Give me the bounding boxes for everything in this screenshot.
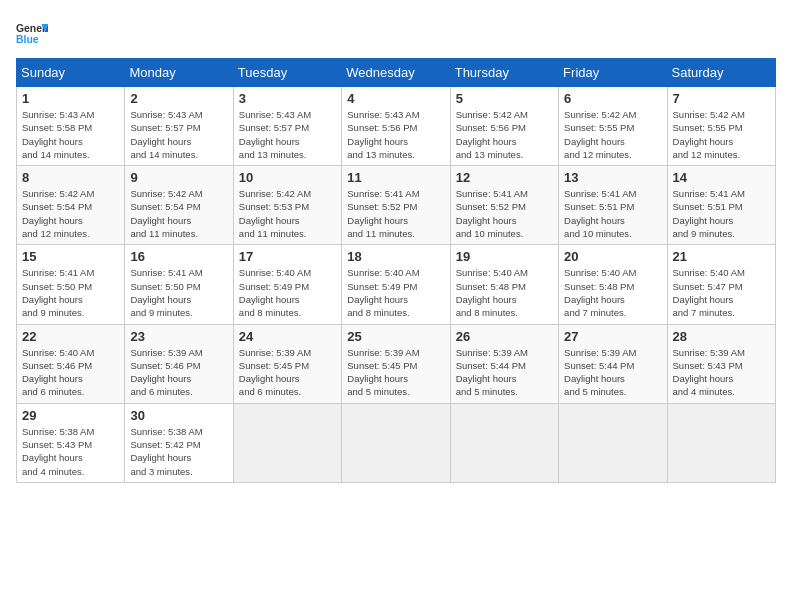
day-number: 21 — [673, 249, 770, 264]
calendar-cell: 12 Sunrise: 5:41 AM Sunset: 5:52 PM Dayl… — [450, 166, 558, 245]
calendar-cell — [559, 403, 667, 482]
day-info: Sunrise: 5:40 AM Sunset: 5:48 PM Dayligh… — [456, 266, 553, 319]
day-number: 3 — [239, 91, 336, 106]
day-info: Sunrise: 5:39 AM Sunset: 5:43 PM Dayligh… — [673, 346, 770, 399]
calendar-cell: 29 Sunrise: 5:38 AM Sunset: 5:43 PM Dayl… — [17, 403, 125, 482]
calendar-cell: 28 Sunrise: 5:39 AM Sunset: 5:43 PM Dayl… — [667, 324, 775, 403]
calendar-cell: 16 Sunrise: 5:41 AM Sunset: 5:50 PM Dayl… — [125, 245, 233, 324]
col-tuesday: Tuesday — [233, 59, 341, 87]
day-info: Sunrise: 5:43 AM Sunset: 5:56 PM Dayligh… — [347, 108, 444, 161]
day-number: 19 — [456, 249, 553, 264]
calendar-cell: 13 Sunrise: 5:41 AM Sunset: 5:51 PM Dayl… — [559, 166, 667, 245]
day-info: Sunrise: 5:41 AM Sunset: 5:51 PM Dayligh… — [673, 187, 770, 240]
day-number: 17 — [239, 249, 336, 264]
calendar-cell: 26 Sunrise: 5:39 AM Sunset: 5:44 PM Dayl… — [450, 324, 558, 403]
day-number: 12 — [456, 170, 553, 185]
calendar-cell: 18 Sunrise: 5:40 AM Sunset: 5:49 PM Dayl… — [342, 245, 450, 324]
day-info: Sunrise: 5:42 AM Sunset: 5:55 PM Dayligh… — [673, 108, 770, 161]
calendar-cell — [342, 403, 450, 482]
day-number: 11 — [347, 170, 444, 185]
svg-text:Blue: Blue — [16, 34, 39, 45]
day-info: Sunrise: 5:42 AM Sunset: 5:55 PM Dayligh… — [564, 108, 661, 161]
day-info: Sunrise: 5:43 AM Sunset: 5:57 PM Dayligh… — [239, 108, 336, 161]
calendar-cell: 17 Sunrise: 5:40 AM Sunset: 5:49 PM Dayl… — [233, 245, 341, 324]
day-number: 10 — [239, 170, 336, 185]
day-info: Sunrise: 5:41 AM Sunset: 5:50 PM Dayligh… — [130, 266, 227, 319]
day-number: 22 — [22, 329, 119, 344]
day-info: Sunrise: 5:40 AM Sunset: 5:48 PM Dayligh… — [564, 266, 661, 319]
day-info: Sunrise: 5:40 AM Sunset: 5:46 PM Dayligh… — [22, 346, 119, 399]
day-info: Sunrise: 5:42 AM Sunset: 5:56 PM Dayligh… — [456, 108, 553, 161]
logo: General Blue — [16, 16, 48, 48]
calendar-cell — [450, 403, 558, 482]
calendar-cell: 24 Sunrise: 5:39 AM Sunset: 5:45 PM Dayl… — [233, 324, 341, 403]
day-number: 23 — [130, 329, 227, 344]
calendar-cell: 6 Sunrise: 5:42 AM Sunset: 5:55 PM Dayli… — [559, 87, 667, 166]
col-saturday: Saturday — [667, 59, 775, 87]
day-info: Sunrise: 5:39 AM Sunset: 5:46 PM Dayligh… — [130, 346, 227, 399]
col-sunday: Sunday — [17, 59, 125, 87]
day-number: 18 — [347, 249, 444, 264]
day-number: 30 — [130, 408, 227, 423]
day-number: 6 — [564, 91, 661, 106]
day-info: Sunrise: 5:39 AM Sunset: 5:44 PM Dayligh… — [564, 346, 661, 399]
calendar-cell: 23 Sunrise: 5:39 AM Sunset: 5:46 PM Dayl… — [125, 324, 233, 403]
col-wednesday: Wednesday — [342, 59, 450, 87]
day-info: Sunrise: 5:41 AM Sunset: 5:51 PM Dayligh… — [564, 187, 661, 240]
calendar-cell: 30 Sunrise: 5:38 AM Sunset: 5:42 PM Dayl… — [125, 403, 233, 482]
calendar-cell: 22 Sunrise: 5:40 AM Sunset: 5:46 PM Dayl… — [17, 324, 125, 403]
day-info: Sunrise: 5:42 AM Sunset: 5:54 PM Dayligh… — [22, 187, 119, 240]
day-number: 1 — [22, 91, 119, 106]
day-info: Sunrise: 5:39 AM Sunset: 5:44 PM Dayligh… — [456, 346, 553, 399]
day-info: Sunrise: 5:41 AM Sunset: 5:52 PM Dayligh… — [347, 187, 444, 240]
day-number: 26 — [456, 329, 553, 344]
calendar-table: Sunday Monday Tuesday Wednesday Thursday… — [16, 58, 776, 483]
day-number: 4 — [347, 91, 444, 106]
calendar-cell: 27 Sunrise: 5:39 AM Sunset: 5:44 PM Dayl… — [559, 324, 667, 403]
logo-icon: General Blue — [16, 16, 48, 48]
calendar-cell — [667, 403, 775, 482]
day-number: 16 — [130, 249, 227, 264]
day-number: 29 — [22, 408, 119, 423]
day-info: Sunrise: 5:40 AM Sunset: 5:49 PM Dayligh… — [347, 266, 444, 319]
day-number: 15 — [22, 249, 119, 264]
calendar-cell: 14 Sunrise: 5:41 AM Sunset: 5:51 PM Dayl… — [667, 166, 775, 245]
calendar-cell: 20 Sunrise: 5:40 AM Sunset: 5:48 PM Dayl… — [559, 245, 667, 324]
day-info: Sunrise: 5:39 AM Sunset: 5:45 PM Dayligh… — [239, 346, 336, 399]
day-number: 24 — [239, 329, 336, 344]
calendar-cell: 7 Sunrise: 5:42 AM Sunset: 5:55 PM Dayli… — [667, 87, 775, 166]
day-info: Sunrise: 5:43 AM Sunset: 5:57 PM Dayligh… — [130, 108, 227, 161]
calendar-cell: 3 Sunrise: 5:43 AM Sunset: 5:57 PM Dayli… — [233, 87, 341, 166]
day-number: 8 — [22, 170, 119, 185]
day-info: Sunrise: 5:43 AM Sunset: 5:58 PM Dayligh… — [22, 108, 119, 161]
day-info: Sunrise: 5:42 AM Sunset: 5:54 PM Dayligh… — [130, 187, 227, 240]
calendar-cell: 4 Sunrise: 5:43 AM Sunset: 5:56 PM Dayli… — [342, 87, 450, 166]
calendar-cell: 21 Sunrise: 5:40 AM Sunset: 5:47 PM Dayl… — [667, 245, 775, 324]
day-info: Sunrise: 5:41 AM Sunset: 5:50 PM Dayligh… — [22, 266, 119, 319]
page-header: General Blue — [16, 16, 776, 48]
day-info: Sunrise: 5:41 AM Sunset: 5:52 PM Dayligh… — [456, 187, 553, 240]
day-number: 14 — [673, 170, 770, 185]
calendar-cell: 9 Sunrise: 5:42 AM Sunset: 5:54 PM Dayli… — [125, 166, 233, 245]
calendar-cell — [233, 403, 341, 482]
calendar-header-row: Sunday Monday Tuesday Wednesday Thursday… — [17, 59, 776, 87]
calendar-cell: 8 Sunrise: 5:42 AM Sunset: 5:54 PM Dayli… — [17, 166, 125, 245]
calendar-cell: 15 Sunrise: 5:41 AM Sunset: 5:50 PM Dayl… — [17, 245, 125, 324]
day-number: 7 — [673, 91, 770, 106]
calendar-cell: 11 Sunrise: 5:41 AM Sunset: 5:52 PM Dayl… — [342, 166, 450, 245]
day-number: 20 — [564, 249, 661, 264]
day-number: 28 — [673, 329, 770, 344]
day-info: Sunrise: 5:40 AM Sunset: 5:47 PM Dayligh… — [673, 266, 770, 319]
col-thursday: Thursday — [450, 59, 558, 87]
day-number: 27 — [564, 329, 661, 344]
day-number: 25 — [347, 329, 444, 344]
day-info: Sunrise: 5:38 AM Sunset: 5:43 PM Dayligh… — [22, 425, 119, 478]
day-number: 2 — [130, 91, 227, 106]
calendar-cell: 1 Sunrise: 5:43 AM Sunset: 5:58 PM Dayli… — [17, 87, 125, 166]
calendar-cell: 25 Sunrise: 5:39 AM Sunset: 5:45 PM Dayl… — [342, 324, 450, 403]
day-info: Sunrise: 5:40 AM Sunset: 5:49 PM Dayligh… — [239, 266, 336, 319]
col-friday: Friday — [559, 59, 667, 87]
day-info: Sunrise: 5:42 AM Sunset: 5:53 PM Dayligh… — [239, 187, 336, 240]
day-number: 9 — [130, 170, 227, 185]
col-monday: Monday — [125, 59, 233, 87]
